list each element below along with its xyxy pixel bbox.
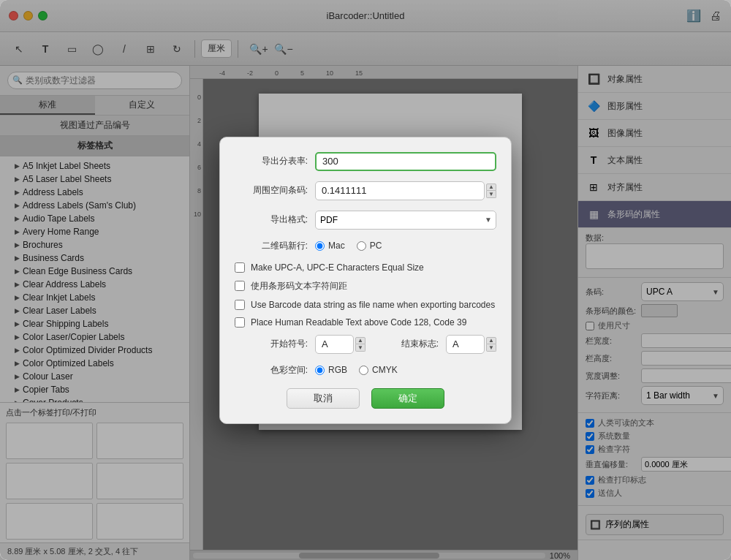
format-select[interactable]: PDF PNG JPEG	[315, 211, 496, 230]
radio-mac-label: Mac	[328, 241, 345, 251]
start-input[interactable]	[315, 335, 354, 354]
checkbox3-row: Use Barcode data string as file name whe…	[235, 300, 496, 310]
checkbox1-row: Make UPC-A, UPC-E Characters Equal Size	[235, 262, 496, 273]
margin-up[interactable]: ▲	[486, 183, 496, 191]
radio-pc-label: PC	[370, 241, 382, 251]
start-stepper: ▲ ▼	[355, 337, 366, 352]
export-dialog: 导出分表率: 周围空间条码: ▲ ▼ 导出格式:	[219, 137, 512, 424]
margin-row: 周围空间条码: ▲ ▼	[235, 181, 496, 200]
app-window: iBarcoder::Untitled ℹ️ 🖨 ↖ T ▭ ◯ / ⊞ ↻ 厘…	[0, 0, 731, 560]
radio-cmyk[interactable]: CMYK	[359, 365, 398, 375]
radio-rgb[interactable]: RGB	[315, 365, 347, 375]
end-group: ▲ ▼	[446, 335, 496, 354]
dialog-overlay: 导出分表率: 周围空间条码: ▲ ▼ 导出格式:	[0, 0, 731, 560]
format-label: 导出格式:	[235, 213, 308, 226]
newline-radio-group: Mac PC	[315, 241, 382, 251]
resolution-input[interactable]	[315, 152, 496, 171]
end-up[interactable]: ▲	[486, 337, 496, 344]
checkbox4[interactable]	[235, 317, 245, 328]
format-row: 导出格式: PDF PNG JPEG ▼	[235, 211, 496, 230]
radio-pc[interactable]: PC	[357, 241, 382, 251]
radio-cmyk-label: CMYK	[372, 365, 398, 375]
radio-mac[interactable]: Mac	[315, 241, 345, 251]
checkbox3[interactable]	[235, 300, 245, 310]
end-label: 结束标志:	[387, 338, 439, 350]
start-down[interactable]: ▼	[355, 344, 366, 352]
end-stepper: ▲ ▼	[486, 337, 496, 352]
color-radio-group: RGB CMYK	[315, 365, 398, 375]
cancel-button[interactable]: 取消	[287, 388, 360, 409]
start-label: 开始符号:	[235, 338, 308, 350]
checkbox1[interactable]	[235, 262, 245, 273]
margin-input[interactable]	[315, 181, 485, 200]
checkbox2-row: 使用条形码文本字符间距	[235, 280, 496, 292]
margin-stepper: ▲ ▼	[486, 183, 496, 198]
checkbox2-label: 使用条形码文本字符间距	[251, 280, 347, 292]
radio-pc-input[interactable]	[357, 241, 366, 251]
newline-row: 二维码新行: Mac PC	[235, 240, 496, 252]
checkbox4-label: Place Human Readable Text above Code 128…	[251, 317, 466, 328]
confirm-button[interactable]: 确定	[371, 388, 444, 409]
start-end-row: 开始符号: ▲ ▼ 结束标志: ▲ ▼	[235, 335, 496, 354]
radio-mac-input[interactable]	[315, 241, 325, 251]
margin-label: 周围空间条码:	[235, 184, 308, 197]
resolution-row: 导出分表率:	[235, 152, 496, 171]
newline-label: 二维码新行:	[235, 240, 308, 252]
margin-down[interactable]: ▼	[486, 191, 496, 198]
end-input[interactable]	[446, 335, 485, 354]
checkbox2[interactable]	[235, 281, 245, 291]
format-select-group: PDF PNG JPEG ▼	[315, 211, 496, 230]
checkbox1-label: Make UPC-A, UPC-E Characters Equal Size	[251, 262, 424, 273]
start-up[interactable]: ▲	[355, 337, 366, 344]
radio-rgb-label: RGB	[328, 365, 347, 375]
dialog-buttons: 取消 确定	[235, 388, 496, 409]
end-down[interactable]: ▼	[486, 344, 496, 352]
radio-cmyk-input[interactable]	[359, 366, 368, 375]
margin-stepper-group: ▲ ▼	[315, 181, 496, 200]
radio-rgb-input[interactable]	[315, 366, 325, 375]
color-space-label: 色彩空间:	[235, 364, 308, 377]
checkbox4-row: Place Human Readable Text above Code 128…	[235, 317, 496, 328]
resolution-label: 导出分表率:	[235, 155, 308, 167]
color-space-row: 色彩空间: RGB CMYK	[235, 364, 496, 377]
start-group: ▲ ▼	[315, 335, 366, 354]
checkbox3-label: Use Barcode data string as file name whe…	[251, 300, 495, 310]
